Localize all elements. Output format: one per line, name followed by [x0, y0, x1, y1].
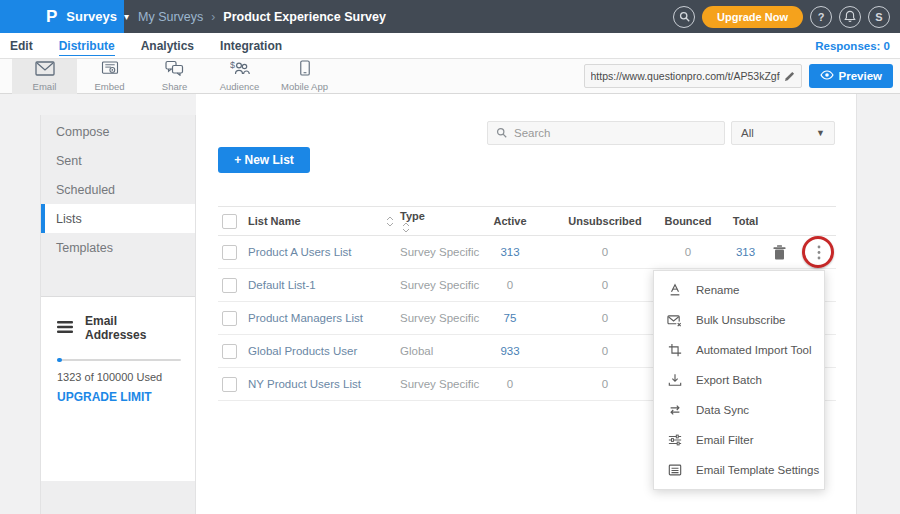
email-sidebar: Compose Sent Scheduled Lists Templates E…: [40, 115, 196, 514]
usage-progress-fill: [57, 358, 62, 362]
total-count[interactable]: 313: [723, 246, 768, 258]
search-input[interactable]: [514, 127, 716, 139]
row-options-context-menu: Rename Bulk Unsubscribe Automated Import…: [653, 270, 825, 490]
edit-url-pencil-icon[interactable]: [784, 71, 795, 82]
menu-item-data-sync[interactable]: Data Sync: [654, 395, 824, 425]
email-template-settings-icon: [667, 463, 682, 477]
menu-item-bulk-unsubscribe[interactable]: Bulk Unsubscribe: [654, 305, 824, 335]
row-checkbox[interactable]: [222, 245, 237, 260]
menu-item-label: Export Batch: [696, 374, 762, 386]
menu-item-export-batch[interactable]: Export Batch: [654, 365, 824, 395]
list-name-link[interactable]: Default List-1: [248, 279, 316, 291]
sidebar-item-lists[interactable]: Lists: [41, 204, 195, 233]
product-switcher[interactable]: P Surveys ▾: [0, 0, 124, 33]
list-name-link[interactable]: Global Products User: [248, 345, 357, 357]
unsubscribed-count: 0: [565, 345, 645, 357]
tab-integration[interactable]: Integration: [220, 36, 282, 56]
sort-icon[interactable]: [386, 216, 394, 227]
list-search[interactable]: [487, 121, 725, 145]
audience-icon: $: [230, 60, 250, 80]
upgrade-limit-link[interactable]: UPGRADE LIMIT: [57, 390, 181, 404]
list-name-link[interactable]: NY Product Users List: [248, 378, 361, 390]
row-checkbox[interactable]: [222, 344, 237, 359]
preview-label: Preview: [839, 70, 882, 82]
row-more-options-icon[interactable]: [803, 237, 835, 269]
breadcrumb-my-surveys[interactable]: My Surveys: [138, 10, 203, 24]
menu-item-label: Email Filter: [696, 434, 754, 446]
page-title: Product Experience Survey: [223, 10, 386, 24]
tool-tab-label: Email: [33, 81, 57, 92]
tool-tab-audience[interactable]: $ Audience: [207, 59, 272, 94]
tool-tab-label: Embed: [94, 81, 124, 92]
row-checkbox[interactable]: [222, 278, 237, 293]
row-actions: [773, 236, 835, 269]
col-header-type: Type: [400, 210, 425, 222]
menu-item-label: Data Sync: [696, 404, 749, 416]
rename-icon: [667, 283, 682, 297]
unsubscribed-count: 0: [565, 279, 645, 291]
new-list-button[interactable]: + New List: [218, 147, 310, 173]
active-count[interactable]: 313: [480, 246, 540, 258]
search-icon[interactable]: [673, 6, 695, 28]
breadcrumb: My Surveys › Product Experience Survey: [138, 10, 386, 24]
filter-selected-value: All: [741, 127, 754, 139]
help-button[interactable]: ?: [810, 6, 832, 28]
topbar-actions: Upgrade Now ? S: [673, 6, 900, 28]
delete-trash-icon[interactable]: [773, 245, 786, 260]
active-count[interactable]: 933: [480, 345, 540, 357]
menu-item-email-filter[interactable]: Email Filter: [654, 425, 824, 455]
list-lines-icon: [57, 319, 73, 337]
list-type: Survey Specific: [400, 246, 480, 258]
tab-analytics[interactable]: Analytics: [141, 36, 194, 56]
sidebar-item-templates[interactable]: Templates: [41, 233, 195, 262]
usage-progress-bar: [57, 359, 181, 361]
active-count[interactable]: 75: [480, 312, 540, 324]
tool-tab-email[interactable]: Email: [12, 59, 77, 94]
notifications-bell-icon[interactable]: [839, 6, 861, 28]
sidebar-item-scheduled[interactable]: Scheduled: [41, 175, 195, 204]
menu-item-label: Automated Import Tool: [696, 344, 812, 356]
menu-item-automated-import-tool[interactable]: Automated Import Tool: [654, 335, 824, 365]
sort-icon[interactable]: [402, 222, 480, 233]
list-name-link[interactable]: Product Managers List: [248, 312, 363, 324]
sidebar-item-sent[interactable]: Sent: [41, 146, 195, 175]
menu-item-label: Bulk Unsubscribe: [696, 314, 785, 326]
mobile-app-icon: [299, 60, 311, 80]
avatar[interactable]: S: [868, 6, 890, 28]
list-name-link[interactable]: Product A Users List: [248, 246, 352, 258]
upgrade-now-button[interactable]: Upgrade Now: [702, 6, 803, 28]
list-type: Survey Specific: [400, 378, 480, 390]
menu-item-label: Rename: [696, 284, 739, 296]
responses-count[interactable]: Responses: 0: [815, 40, 890, 52]
tab-distribute[interactable]: Distribute: [59, 36, 115, 56]
sidebar-item-compose[interactable]: Compose: [41, 117, 195, 146]
automated-import-icon: [667, 343, 682, 357]
row-checkbox[interactable]: [222, 377, 237, 392]
unsubscribed-count: 0: [565, 246, 645, 258]
survey-url-field[interactable]: https://www.questionpro.com/t/AP53kZgfo: [584, 64, 802, 88]
search-icon: [496, 124, 507, 142]
share-icon: [165, 60, 184, 80]
tool-tab-embed[interactable]: Embed: [77, 59, 142, 94]
bounced-count: 0: [653, 246, 723, 258]
export-batch-icon: [667, 373, 682, 387]
survey-url: https://www.questionpro.com/t/AP53kZgfo: [591, 70, 780, 82]
email-addresses-title: Email Addresses: [85, 314, 181, 342]
menu-item-email-template-settings[interactable]: Email Template Settings: [654, 455, 824, 485]
usage-text: 1323 of 100000 Used: [57, 371, 181, 383]
tool-tab-mobile-app[interactable]: Mobile App: [272, 59, 337, 94]
col-header-list-name: List Name: [248, 215, 301, 227]
row-checkbox[interactable]: [222, 311, 237, 326]
menu-item-rename[interactable]: Rename: [654, 275, 824, 305]
preview-button[interactable]: Preview: [809, 64, 893, 88]
chevron-down-icon: ▾: [124, 11, 129, 22]
email-icon: [35, 61, 55, 80]
top-bar: P Surveys ▾ My Surveys › Product Experie…: [0, 0, 900, 33]
tool-tab-share[interactable]: Share: [142, 59, 207, 94]
content-area: All ▼ + New List List Name Type Active: [0, 94, 900, 514]
list-filter-dropdown[interactable]: All ▼: [731, 121, 835, 145]
tab-edit[interactable]: Edit: [10, 36, 33, 56]
table-header-row: List Name Type Active Unsubscribed Bounc…: [218, 206, 836, 236]
list-type: Global: [400, 345, 480, 357]
select-all-checkbox[interactable]: [222, 214, 237, 229]
